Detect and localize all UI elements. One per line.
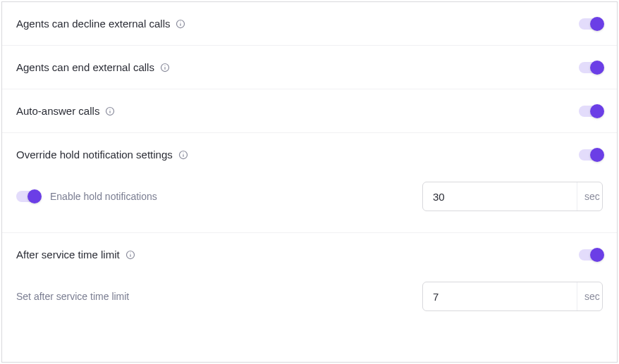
toggle-enable-hold-notifications[interactable] <box>16 191 40 202</box>
setting-row-after-service: After service time limit Set after servi… <box>2 233 617 325</box>
toggle-knob <box>27 189 42 203</box>
setting-row-auto-answer: Auto-answer calls <box>2 89 617 133</box>
toggle-after-service[interactable] <box>579 249 603 261</box>
toggle-auto-answer[interactable] <box>579 106 603 117</box>
unit-label: sec <box>577 282 603 310</box>
svg-point-14 <box>130 252 130 253</box>
after-service-input[interactable] <box>423 282 577 310</box>
row-top: Override hold notification settings <box>2 133 617 176</box>
info-icon[interactable] <box>176 19 185 29</box>
row-bottom: Enable hold notifications sec <box>2 176 617 232</box>
toggle-knob <box>590 104 604 118</box>
after-service-input-group: sec <box>422 282 603 311</box>
setting-label: Agents can decline external calls <box>16 18 170 30</box>
toggle-override-hold[interactable] <box>579 149 603 161</box>
label-wrap: Override hold notification settings <box>16 149 188 161</box>
sub-label: Set after service time limit <box>16 291 129 302</box>
row-bottom: Set after service time limit sec <box>2 276 617 325</box>
setting-label: Agents can end external calls <box>16 61 154 73</box>
svg-point-2 <box>180 21 181 22</box>
setting-row-override-hold: Override hold notification settings Enab… <box>2 133 617 233</box>
toggle-decline-calls[interactable] <box>579 18 603 30</box>
svg-point-8 <box>110 108 111 109</box>
setting-row-decline-calls: Agents can decline external calls <box>2 2 617 46</box>
label-wrap: After service time limit <box>16 249 135 261</box>
info-icon[interactable] <box>105 106 115 116</box>
sub-label: Enable hold notifications <box>50 191 157 202</box>
toggle-knob <box>590 17 604 31</box>
hold-interval-input-group: sec <box>422 182 603 211</box>
toggle-knob <box>590 248 604 262</box>
svg-point-5 <box>164 65 165 65</box>
setting-label: Auto-answer calls <box>16 105 99 117</box>
row-top: After service time limit <box>2 233 617 276</box>
sub-left: Enable hold notifications <box>16 191 157 202</box>
label-wrap: Auto-answer calls <box>16 105 115 117</box>
setting-row-end-calls: Agents can end external calls <box>2 46 617 89</box>
info-icon[interactable] <box>178 150 188 160</box>
toggle-end-calls[interactable] <box>579 62 603 73</box>
label-wrap: Agents can decline external calls <box>16 18 185 30</box>
unit-label: sec <box>577 182 603 211</box>
info-icon[interactable] <box>160 63 170 73</box>
setting-label: After service time limit <box>16 249 120 261</box>
info-icon[interactable] <box>125 250 135 260</box>
svg-point-11 <box>183 152 183 153</box>
label-wrap: Agents can end external calls <box>16 61 170 73</box>
toggle-knob <box>590 61 604 75</box>
toggle-knob <box>590 148 604 162</box>
setting-label: Override hold notification settings <box>16 149 173 161</box>
settings-panel: Agents can decline external calls Agents… <box>1 1 618 363</box>
hold-interval-input[interactable] <box>423 182 577 211</box>
sub-left: Set after service time limit <box>16 291 129 302</box>
